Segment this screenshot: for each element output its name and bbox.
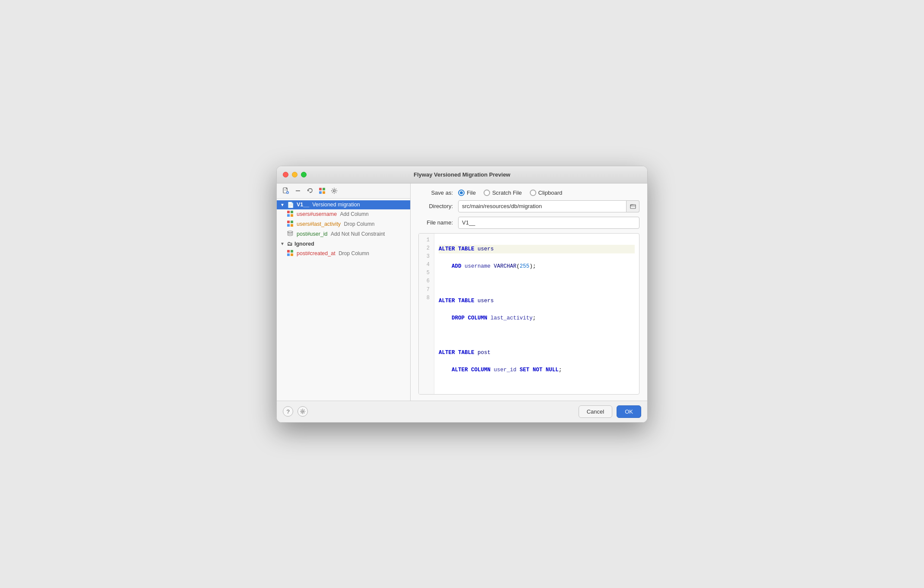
directory-label: Directory: (418, 203, 453, 209)
radio-clipboard-circle[interactable] (530, 190, 536, 196)
cancel-button[interactable]: Cancel (579, 405, 612, 418)
browse-button[interactable] (627, 200, 639, 212)
post-created-at-label: post#created_at Drop Column (297, 250, 369, 256)
chevron-down-icon: ▼ (280, 202, 285, 207)
settings-toolbar-button[interactable] (329, 186, 339, 196)
window-title: Flyway Versioned Migration Preview (414, 171, 510, 178)
code-line-5: DROP COLUMN last_activity; (439, 314, 635, 322)
new-file-button[interactable] (281, 186, 291, 196)
versioned-migration-group[interactable]: ▼ 📄 V1__ Versioned migration (277, 200, 410, 209)
ok-button[interactable]: OK (617, 405, 641, 418)
svg-point-27 (302, 411, 304, 412)
svg-rect-18 (291, 221, 293, 223)
ignored-section[interactable]: ▼ 🗂 Ignored (277, 239, 410, 249)
dialog-buttons: Cancel OK (579, 405, 641, 418)
svg-rect-15 (287, 214, 290, 217)
svg-rect-20 (291, 224, 293, 227)
table-icon-4 (287, 250, 293, 257)
users-username-item[interactable]: users#username Add Column (277, 209, 410, 219)
maximize-button[interactable] (301, 172, 307, 177)
code-content: ALTER TABLE users ADD username VARCHAR(2… (434, 234, 639, 394)
radio-file-circle[interactable] (458, 190, 465, 196)
save-as-label: Save as: (418, 190, 453, 196)
svg-rect-17 (287, 221, 290, 223)
radio-scratch-circle[interactable] (484, 190, 490, 196)
users-last-activity-label: users#last_activity Drop Column (297, 221, 374, 227)
code-line-3 (439, 279, 635, 288)
radio-file-label: File (467, 190, 476, 196)
remove-button[interactable] (293, 186, 303, 196)
svg-rect-16 (291, 214, 293, 217)
undo-button[interactable] (305, 186, 315, 196)
bottom-settings-button[interactable] (297, 406, 308, 417)
svg-point-12 (333, 190, 335, 192)
svg-rect-23 (291, 250, 293, 253)
directory-row: Directory: (418, 200, 639, 212)
filename-input[interactable] (458, 217, 639, 229)
svg-rect-8 (319, 188, 322, 190)
ignored-folder-icon: 🗂 (287, 241, 293, 247)
users-username-label: users#username Add Column (297, 211, 369, 217)
radio-scratch-option[interactable]: Scratch File (484, 190, 522, 196)
close-button[interactable] (283, 172, 288, 177)
grid-button[interactable] (317, 186, 327, 196)
minimize-button[interactable] (292, 172, 297, 177)
versioned-migration-label: V1__ Versioned migration (297, 202, 360, 208)
table-icon-2 (287, 221, 293, 228)
svg-point-21 (288, 231, 293, 233)
svg-rect-22 (287, 250, 290, 253)
right-panel: Save as: File Scratch File Clipboard (411, 183, 647, 401)
svg-rect-19 (287, 224, 290, 227)
svg-rect-11 (323, 191, 325, 194)
svg-rect-10 (319, 191, 322, 194)
radio-scratch-label: Scratch File (492, 190, 522, 196)
directory-input[interactable] (458, 200, 627, 212)
code-line-2: ADD username VARCHAR(255); (439, 262, 635, 271)
chevron-down-icon-2: ▼ (280, 241, 285, 246)
line-numbers: 1 2 3 4 5 6 7 8 (419, 234, 434, 394)
code-line-7: ALTER TABLE post (439, 348, 635, 357)
post-user-id-item[interactable]: post#user_id Add Not Null Constraint (277, 229, 410, 239)
title-bar: Flyway Versioned Migration Preview (277, 166, 647, 183)
svg-rect-24 (287, 253, 290, 256)
table-icon-3 (287, 231, 293, 238)
code-editor[interactable]: 1 2 3 4 5 6 7 8 ALTER TABLE users ADD us… (418, 233, 639, 395)
save-as-radio-group: File Scratch File Clipboard (458, 190, 562, 196)
radio-clipboard-option[interactable]: Clipboard (530, 190, 563, 196)
toolbar (277, 183, 410, 199)
svg-rect-9 (323, 188, 325, 190)
svg-rect-14 (291, 211, 293, 213)
save-as-row: Save as: File Scratch File Clipboard (418, 190, 639, 196)
tree-area: ▼ 📄 V1__ Versioned migration (277, 199, 410, 401)
main-window: Flyway Versioned Migration Preview (276, 166, 648, 423)
filename-row: File name: (418, 217, 639, 229)
code-line-8: ALTER COLUMN user_id SET NOT NULL; (439, 366, 635, 374)
radio-file-option[interactable]: File (458, 190, 476, 196)
code-line-6 (439, 331, 635, 340)
post-user-id-label: post#user_id Add Not Null Constraint (297, 231, 385, 237)
svg-rect-25 (291, 253, 293, 256)
bottom-bar: ? Cancel OK (277, 401, 647, 422)
main-content: ▼ 📄 V1__ Versioned migration (277, 183, 647, 401)
filename-label: File name: (418, 219, 453, 226)
radio-clipboard-label: Clipboard (538, 190, 563, 196)
code-line-1: ALTER TABLE users (439, 245, 635, 253)
help-icon: ? (286, 408, 289, 415)
code-line-4: ALTER TABLE users (439, 297, 635, 305)
table-icon-1 (287, 211, 293, 218)
post-created-at-item[interactable]: post#created_at Drop Column (277, 249, 410, 259)
users-last-activity-item[interactable]: users#last_activity Drop Column (277, 219, 410, 229)
help-button[interactable]: ? (283, 406, 293, 417)
versioned-migration-icon: 📄 (287, 202, 294, 208)
left-panel: ▼ 📄 V1__ Versioned migration (277, 183, 411, 401)
svg-rect-13 (287, 211, 290, 213)
bottom-left-buttons: ? (283, 406, 308, 417)
traffic-lights (283, 172, 307, 177)
window-body: ▼ 📄 V1__ Versioned migration (277, 183, 647, 422)
ignored-label: Ignored (294, 241, 314, 247)
directory-input-group (458, 200, 639, 212)
